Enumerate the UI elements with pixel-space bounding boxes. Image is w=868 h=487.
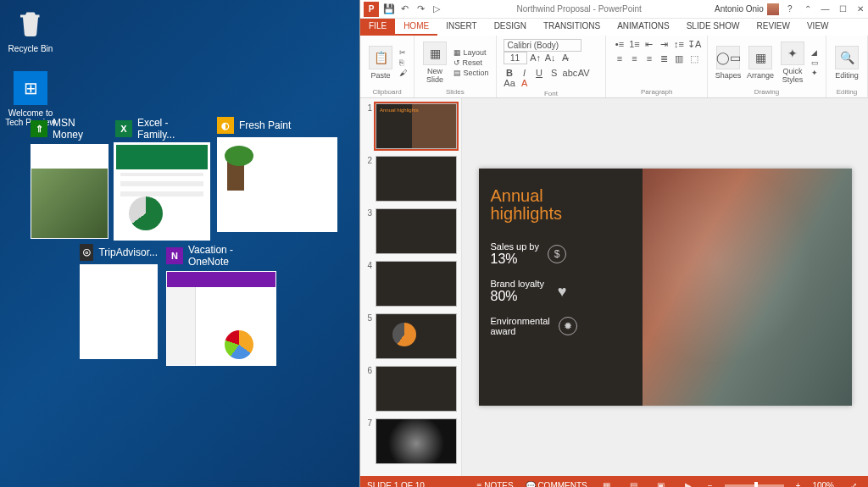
- zoom-in-button[interactable]: +: [796, 481, 801, 488]
- align-right-icon[interactable]: ≡: [643, 53, 655, 64]
- slideshow-view-icon[interactable]: ▶: [681, 481, 696, 488]
- justify-icon[interactable]: ≣: [658, 53, 670, 64]
- task-tripadvisor[interactable]: ⦾TripAdvisor...: [80, 244, 158, 357]
- task-msn-money[interactable]: ⇑MSN Money: [31, 117, 108, 230]
- task-thumb: [80, 264, 158, 359]
- sorter-view-icon[interactable]: ▤: [626, 481, 642, 488]
- layout-button[interactable]: ▦ Layout: [453, 48, 489, 57]
- bullets-icon[interactable]: •≡: [613, 39, 626, 49]
- zoom-percent[interactable]: 100%: [812, 481, 834, 488]
- task-label: MSN Money: [53, 117, 108, 141]
- smartart-icon[interactable]: ⬚: [687, 53, 700, 64]
- task-fresh-paint[interactable]: ◐Fresh Paint: [217, 117, 337, 230]
- cut-icon[interactable]: ✂: [399, 48, 407, 57]
- ribbon-collapse-icon[interactable]: ⌃: [800, 4, 815, 14]
- shadow-icon[interactable]: abc: [563, 68, 576, 78]
- indent-dec-icon[interactable]: ⇤: [643, 39, 655, 50]
- fit-to-window-icon[interactable]: ⤢: [846, 481, 861, 488]
- slide[interactable]: Annualhighlights Sales up by13% $ Brand …: [479, 169, 852, 406]
- shapes-button[interactable]: ◯▭Shapes: [715, 46, 742, 80]
- underline-icon[interactable]: U: [533, 68, 546, 78]
- tab-design[interactable]: DESIGN: [486, 19, 535, 36]
- increase-font-icon[interactable]: A↑: [529, 53, 542, 63]
- tab-animations[interactable]: ANIMATIONS: [609, 19, 677, 36]
- slide-counter[interactable]: SLIDE 1 OF 10: [367, 481, 425, 488]
- quick-styles-button[interactable]: ✦Quick Styles: [779, 42, 806, 84]
- thumb-6[interactable]: 6: [364, 366, 458, 412]
- thumb-7[interactable]: 7: [364, 418, 458, 464]
- tab-review[interactable]: REVIEW: [748, 19, 798, 36]
- shape-effects-icon[interactable]: ✦: [811, 69, 819, 77]
- qat-redo-icon[interactable]: ↷: [415, 3, 428, 14]
- minimize-icon[interactable]: —: [817, 4, 832, 14]
- zoom-out-button[interactable]: −: [708, 481, 713, 488]
- columns-icon[interactable]: ▥: [672, 53, 685, 64]
- font-size-select[interactable]: 11: [504, 52, 527, 64]
- thumb-5[interactable]: 5: [364, 313, 458, 359]
- char-spacing-icon[interactable]: AV: [577, 68, 590, 78]
- freshpaint-icon: ◐: [217, 117, 234, 134]
- tab-transitions[interactable]: TRANSITIONS: [535, 19, 609, 36]
- arrange-button[interactable]: ▦Arrange: [747, 46, 774, 80]
- metric-sales[interactable]: Sales up by13% $: [491, 241, 632, 267]
- paste-button[interactable]: 📋Paste: [367, 46, 394, 80]
- shape-fill-icon[interactable]: ◢: [811, 48, 819, 57]
- slide-photo[interactable]: [643, 169, 851, 406]
- task-label: TripAdvisor...: [98, 246, 158, 258]
- task-onenote[interactable]: NVacation - OneNote: [166, 244, 276, 357]
- slide-title[interactable]: Annualhighlights: [491, 187, 632, 223]
- desktop[interactable]: Recycle Bin ⊞ Welcome to Tech Preview ⇑M…: [0, 0, 359, 487]
- qat-start-slideshow-icon[interactable]: ▷: [430, 3, 443, 14]
- editing-button[interactable]: 🔍Editing: [833, 46, 860, 80]
- thumb-1[interactable]: 1Annual highlights: [364, 103, 458, 149]
- italic-icon[interactable]: I: [518, 68, 531, 78]
- normal-view-icon[interactable]: ▦: [599, 481, 615, 488]
- section-button[interactable]: ▤ Section: [453, 69, 489, 77]
- metric-env[interactable]: Environmentalaward ✹: [491, 316, 632, 336]
- copy-icon[interactable]: ⎘: [399, 58, 407, 67]
- comments-button[interactable]: 💬 COMMENTS: [526, 481, 587, 488]
- thumb-4[interactable]: 4: [364, 261, 458, 307]
- tab-view[interactable]: VIEW: [798, 19, 837, 36]
- tab-slideshow[interactable]: SLIDE SHOW: [678, 19, 748, 36]
- thumb-3[interactable]: 3: [364, 208, 458, 254]
- text-direction-icon[interactable]: ↧A: [687, 39, 700, 50]
- align-center-icon[interactable]: ≡: [628, 53, 641, 64]
- slide-thumbnails[interactable]: 1Annual highlights 2 3 4 5 6 7: [360, 98, 462, 476]
- slide-canvas-area[interactable]: Annualhighlights Sales up by13% $ Brand …: [462, 98, 868, 476]
- decrease-font-icon[interactable]: A↓: [544, 53, 557, 63]
- task-thumb: [115, 144, 209, 239]
- title-bar[interactable]: P 💾 ↶ ↷ ▷ Northwind Proposal - PowerPoin…: [360, 0, 868, 19]
- help-icon[interactable]: ?: [782, 4, 798, 14]
- qat-undo-icon[interactable]: ↶: [398, 3, 412, 14]
- shape-outline-icon[interactable]: ▭: [811, 58, 819, 67]
- numbering-icon[interactable]: 1≡: [628, 39, 641, 49]
- align-left-icon[interactable]: ≡: [613, 53, 626, 64]
- task-excel[interactable]: XExcel - Family...: [115, 117, 209, 230]
- bold-icon[interactable]: B: [504, 68, 516, 78]
- font-family-select[interactable]: Calibri (Body): [504, 39, 581, 52]
- close-icon[interactable]: ✕: [853, 4, 868, 14]
- reading-view-icon[interactable]: ▣: [654, 481, 669, 488]
- zoom-slider[interactable]: [725, 484, 784, 487]
- reset-button[interactable]: ↺ Reset: [453, 58, 489, 67]
- recycle-bin[interactable]: Recycle Bin: [5, 7, 56, 53]
- tab-file[interactable]: FILE: [360, 19, 395, 36]
- qat-save-icon[interactable]: 💾: [382, 3, 396, 14]
- line-spacing-icon[interactable]: ↕≡: [672, 39, 685, 49]
- format-painter-icon[interactable]: 🖌: [399, 69, 407, 77]
- new-slide-button[interactable]: ▦New Slide: [421, 42, 448, 84]
- avatar-icon: [767, 3, 779, 15]
- clear-format-icon[interactable]: A̶: [559, 53, 571, 64]
- thumb-2[interactable]: 2: [364, 156, 458, 202]
- maximize-icon[interactable]: ☐: [835, 4, 850, 14]
- indent-inc-icon[interactable]: ⇥: [658, 39, 670, 50]
- account-button[interactable]: Antonio Onio: [715, 3, 782, 15]
- strike-icon[interactable]: S: [548, 68, 560, 78]
- metric-loyalty[interactable]: Brand loyalty80% ♥: [491, 279, 632, 304]
- tab-home[interactable]: HOME: [395, 19, 437, 36]
- tab-insert[interactable]: INSERT: [437, 19, 486, 36]
- case-icon[interactable]: Aa: [504, 78, 516, 88]
- notes-button[interactable]: ≡ NOTES: [477, 481, 514, 488]
- font-color-icon[interactable]: A: [518, 78, 531, 88]
